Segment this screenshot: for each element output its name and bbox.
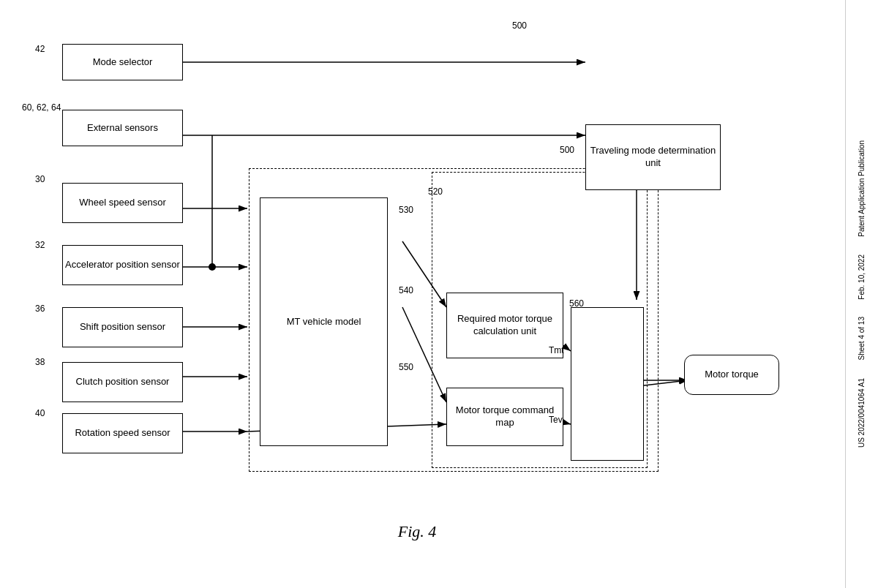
diagram: 500 42 Mode selector 60, 62, 64 External…	[15, 15, 819, 563]
required-motor-torque-box: Required motor torque calculation unit	[446, 293, 563, 358]
label-38: 38	[35, 357, 45, 367]
label-60: 60, 62, 64	[22, 102, 61, 113]
mode-selector-box: Mode selector	[62, 44, 183, 80]
fig-caption: Fig. 4	[15, 522, 819, 541]
shift-position-box: Shift position sensor	[62, 307, 183, 347]
sidebar: Patent Application Publication Feb. 10, …	[845, 0, 878, 588]
label-560: 560	[569, 298, 584, 309]
label-tev: Tev	[549, 415, 563, 425]
motor-torque-map-box: Motor torque command map	[446, 388, 563, 446]
sidebar-line1: Patent Application Publication	[857, 140, 867, 237]
label-tmt: Tmt	[549, 345, 564, 355]
sidebar-line3: Sheet 4 of 13	[857, 317, 867, 361]
label-530: 530	[399, 205, 413, 215]
label-540: 540	[399, 285, 413, 295]
label-550: 550	[399, 362, 413, 372]
label-50: 500	[512, 20, 527, 31]
main-content: 500 42 Mode selector 60, 62, 64 External…	[0, 0, 845, 588]
label-32: 32	[35, 240, 45, 250]
selector-box-560	[571, 307, 644, 461]
label-42: 42	[35, 44, 45, 54]
external-sensors-box: External sensors	[62, 110, 183, 146]
label-36: 36	[35, 304, 45, 314]
sidebar-line4: US 2022/0041064 A1	[857, 378, 867, 448]
rotation-speed-box: Rotation speed sensor	[62, 413, 183, 453]
label-520: 520	[428, 186, 443, 197]
svg-point-6	[209, 263, 216, 271]
traveling-mode-box: Traveling mode determination unit	[585, 124, 721, 190]
label-30: 30	[35, 174, 45, 184]
mt-vehicle-model-box: MT vehicle model	[260, 197, 388, 446]
motor-torque-box: Motor torque	[684, 355, 779, 395]
accel-position-box: Accelerator position sensor	[62, 245, 183, 285]
sidebar-line2: Feb. 10, 2022	[857, 255, 867, 300]
wheel-speed-box: Wheel speed sensor	[62, 183, 183, 223]
label-40: 40	[35, 408, 45, 418]
label-500: 500	[560, 145, 574, 155]
clutch-position-box: Clutch position sensor	[62, 362, 183, 402]
